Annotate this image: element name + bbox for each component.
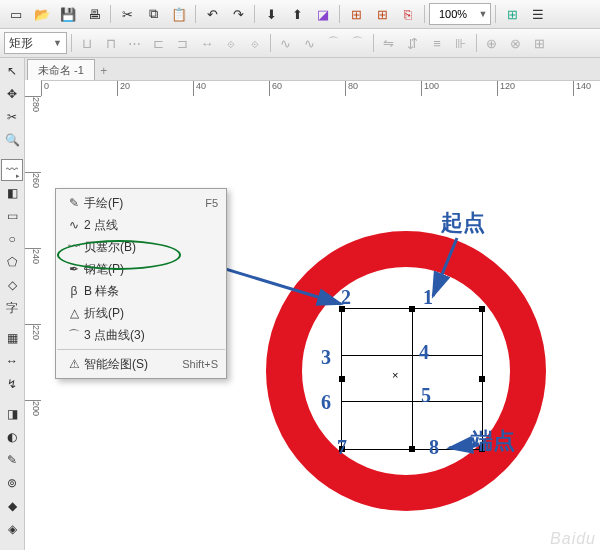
anno-number: 2 — [341, 286, 351, 309]
ruler-tick: 200 — [25, 400, 41, 416]
ruler-tick: 80 — [345, 81, 358, 97]
selection-handle[interactable] — [339, 376, 345, 382]
document-tab[interactable]: 未命名 -1 — [27, 59, 95, 80]
options-icon[interactable]: ☰ — [526, 2, 550, 26]
freehand-tool-icon[interactable]: 〰▸ — [1, 159, 23, 181]
selection-handle[interactable] — [409, 446, 415, 452]
misc-icon: ⊞ — [529, 32, 551, 54]
snap-icon[interactable]: ⊞ — [500, 2, 524, 26]
zoom-level-combo[interactable]: ▼ — [429, 3, 491, 25]
shape-tool-icon[interactable]: ✥ — [1, 83, 23, 105]
menu-item-smartdraw[interactable]: ⚠ 智能绘图(S) Shift+S — [56, 353, 226, 375]
menu-item-3pointcurve[interactable]: ⌒ 3 点曲线(3) — [56, 324, 226, 346]
document-tab-label: 未命名 -1 — [38, 63, 84, 78]
redo-icon[interactable]: ↷ — [226, 2, 250, 26]
ruler-tick: 100 — [421, 81, 439, 97]
anno-start-label: 起点 — [441, 208, 485, 238]
polygon-tool-icon[interactable]: ⬠ — [1, 251, 23, 273]
node-icon: ⟐ — [244, 32, 266, 54]
ruler-tick: 20 — [117, 81, 130, 97]
ruler-tick: 40 — [193, 81, 206, 97]
align-icon: ≡ — [426, 32, 448, 54]
app-launch2-icon[interactable]: ⊞ — [370, 2, 394, 26]
paste-icon[interactable]: 📋 — [167, 2, 191, 26]
transparency-tool-icon[interactable]: ◐ — [1, 426, 23, 448]
ellipse-tool-icon[interactable]: ○ — [1, 228, 23, 250]
vertical-ruler[interactable]: 280 260 240 220 200 — [25, 96, 42, 550]
new-doc-icon[interactable]: ▭ — [4, 2, 28, 26]
undo-icon[interactable]: ↶ — [200, 2, 224, 26]
ruler-tick: 140 — [573, 81, 591, 97]
zoom-tool-icon[interactable]: 🔍 — [1, 129, 23, 151]
dimension-tool-icon[interactable]: ↔ — [1, 350, 23, 372]
menu-item-freehand[interactable]: ✎ 手绘(F) F5 — [56, 192, 226, 214]
smartdraw-icon: ⚠ — [64, 357, 84, 371]
eyedrop-tool-icon[interactable]: ✎ — [1, 449, 23, 471]
menu-item-2pointline[interactable]: ∿ 2 点线 — [56, 214, 226, 236]
grid-line — [412, 309, 413, 449]
align-icon: ⊔ — [76, 32, 98, 54]
rectangle-tool-icon[interactable]: ▭ — [1, 205, 23, 227]
ruler-tick: 60 — [269, 81, 282, 97]
selection-handle[interactable] — [409, 306, 415, 312]
separator — [373, 34, 374, 52]
publish-icon[interactable]: ◪ — [311, 2, 335, 26]
chevron-down-icon[interactable]: ▼ — [476, 9, 490, 19]
fill-tool-icon[interactable]: ◆ — [1, 495, 23, 517]
selection-center-icon: × — [392, 369, 398, 381]
menu-label: 折线(P) — [84, 305, 218, 322]
zoom-input[interactable] — [430, 7, 476, 21]
align-icon: ⊪ — [450, 32, 472, 54]
menu-label: 智能绘图(S) — [84, 356, 182, 373]
reflect-icon: ⇋ — [378, 32, 400, 54]
menu-label: 手绘(F) — [84, 195, 205, 212]
ruler-origin[interactable] — [25, 80, 42, 97]
print-icon[interactable]: 🖶 — [82, 2, 106, 26]
preset-shape-combo[interactable]: 矩形 ▼ — [4, 32, 67, 54]
pick-tool-icon[interactable]: ↖ — [1, 60, 23, 82]
separator — [254, 5, 255, 23]
export-icon[interactable]: ⬆ — [285, 2, 309, 26]
anno-end-label: 端点 — [471, 426, 515, 456]
crop-tool-icon[interactable]: ✂ — [1, 106, 23, 128]
open-icon[interactable]: 📂 — [30, 2, 54, 26]
save-icon[interactable]: 💾 — [56, 2, 80, 26]
interactive-fill-icon[interactable]: ◈ — [1, 518, 23, 540]
property-bar: 矩形 ▼ ⊔ ⊓ ⋯ ⊏ ⊐ ↔ ⟐ ⟐ ∿ ∿ ⌒ ⌒ ⇋ ⇵ ≡ ⊪ ⊕ ⊗… — [0, 29, 600, 58]
selection-handle[interactable] — [479, 306, 485, 312]
blend-tool-icon[interactable]: ◨ — [1, 403, 23, 425]
curve-icon: ⌒ — [347, 32, 369, 54]
text-tool-icon[interactable]: 字 — [1, 297, 23, 319]
menu-item-bspline[interactable]: β B 样条 — [56, 280, 226, 302]
document-tab-bar: 未命名 -1 + — [25, 58, 600, 81]
import-icon[interactable]: ⬇ — [259, 2, 283, 26]
ruler-tick: 280 — [25, 96, 41, 112]
table-tool-icon[interactable]: ▦ — [1, 327, 23, 349]
curve-icon: ∿ — [299, 32, 321, 54]
anno-number: 6 — [321, 391, 331, 414]
selection-handle[interactable] — [479, 376, 485, 382]
ruler-tick: 120 — [497, 81, 515, 97]
new-tab-button[interactable]: + — [95, 62, 113, 80]
connector-tool-icon[interactable]: ↯ — [1, 373, 23, 395]
smartfill-tool-icon[interactable]: ◧ — [1, 182, 23, 204]
separator — [270, 34, 271, 52]
separator — [339, 5, 340, 23]
misc-icon: ⊗ — [505, 32, 527, 54]
chevron-down-icon[interactable]: ▼ — [53, 38, 62, 48]
menu-shortcut: Shift+S — [182, 358, 218, 370]
cut-icon[interactable]: ✂ — [115, 2, 139, 26]
menu-item-polyline[interactable]: △ 折线(P) — [56, 302, 226, 324]
pdf-icon[interactable]: ⎘ — [396, 2, 420, 26]
basicshape-tool-icon[interactable]: ◇ — [1, 274, 23, 296]
preset-shape-label: 矩形 — [9, 35, 33, 52]
outline-tool-icon[interactable]: ⊚ — [1, 472, 23, 494]
standard-toolbar: ▭ 📂 💾 🖶 ✂ ⧉ 📋 ↶ ↷ ⬇ ⬆ ◪ ⊞ ⊞ ⎘ ▼ ⊞ ☰ — [0, 0, 600, 29]
align-icon: ⊏ — [148, 32, 170, 54]
canvas-area: 未命名 -1 + 0 20 40 60 80 100 120 140 280 2… — [25, 58, 600, 550]
align-icon: ⊓ — [100, 32, 122, 54]
ruler-tick: 0 — [41, 81, 49, 97]
app-launch-icon[interactable]: ⊞ — [344, 2, 368, 26]
copy-icon[interactable]: ⧉ — [141, 2, 165, 26]
selected-grid-object[interactable]: × — [341, 308, 483, 450]
